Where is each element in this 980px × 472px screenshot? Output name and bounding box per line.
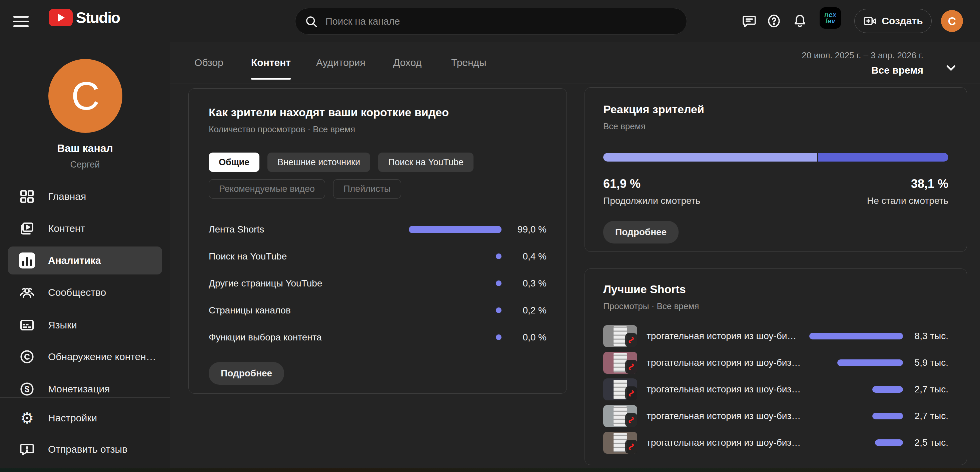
shorts-row-value: 5,9 тыс. — [908, 357, 948, 368]
thumbnail-image — [614, 380, 627, 399]
chip-row-secondary: Рекомендуемые видео Плейлисты — [209, 179, 547, 198]
sidebar-item-label: Главная — [48, 191, 86, 202]
shorts-row-title: трогательная история из шоу-биз… — [647, 384, 863, 395]
account-avatar-initial: C — [948, 15, 956, 28]
window-bottom-edge — [0, 468, 980, 472]
chip-row-primary: Общие Внешние источники Поиск на YouTube — [209, 152, 547, 172]
search-input[interactable] — [325, 16, 659, 27]
traffic-row[interactable]: Другие страницы YouTube 0,3 % — [209, 270, 547, 297]
tab-trends[interactable]: Тренды — [451, 57, 487, 68]
traffic-row[interactable]: Страницы каналов 0,2 % — [209, 297, 547, 324]
thumbnail-image — [614, 406, 627, 426]
sidebar-item-subtitles[interactable]: Языки — [8, 311, 162, 339]
dashboard-icon — [19, 188, 35, 205]
reaction-details-button[interactable]: Подробнее — [603, 221, 679, 244]
search-icon — [304, 14, 318, 29]
shorts-logo-icon — [625, 360, 637, 374]
sidebar-item-monetization[interactable]: $ Монетизация — [8, 375, 162, 403]
sidebar-item-analytics[interactable]: Аналитика — [8, 247, 162, 274]
youtube-studio-logo[interactable]: Studio — [49, 9, 120, 27]
tab-content[interactable]: Контент — [251, 57, 291, 68]
reaction-bar-swiped-away — [818, 153, 948, 162]
channel-avatar[interactable]: C — [48, 59, 123, 133]
traffic-row-label: Другие страницы YouTube — [209, 278, 408, 289]
analytics-content: Обзор Контент Аудитория Доход Тренды 20 … — [170, 42, 980, 468]
traffic-row-value: 0,0 % — [512, 332, 547, 343]
sidebar-item-community[interactable]: Сообщество — [8, 279, 162, 306]
traffic-row-value: 0,4 % — [512, 251, 547, 262]
notifications-bell-icon[interactable] — [792, 13, 808, 29]
traffic-rows: Лента Shorts 99,0 % Поиск на YouTube 0,4… — [209, 216, 547, 351]
sidebar-item-send-feedback[interactable]: Отправить отзыв — [8, 436, 162, 463]
sidebar-item-label: Сообщество — [48, 287, 106, 298]
shorts-logo-icon — [625, 386, 637, 401]
traffic-row-label: Функции выбора контента — [209, 332, 408, 343]
traffic-row[interactable]: Лента Shorts 99,0 % — [209, 216, 547, 243]
sidebar-item-label: Монетизация — [48, 383, 110, 395]
shorts-row-value: 2,7 тыс. — [908, 411, 948, 421]
content-icon — [19, 220, 35, 237]
tab-revenue[interactable]: Доход — [393, 57, 422, 68]
community-icon — [19, 284, 35, 301]
youtube-studio-analytics-screen: Studio nex lev Создать C C — [0, 0, 980, 472]
account-avatar[interactable]: C — [941, 10, 963, 32]
analytics-tab-bar: Обзор Контент Аудитория Доход Тренды 20 … — [170, 42, 980, 84]
settings-gear-icon: ⚙ — [19, 410, 35, 426]
card-subtitle: Количество просмотров · Все время — [209, 124, 547, 135]
hamburger-menu-icon[interactable] — [13, 11, 33, 31]
reaction-split-bar — [603, 153, 948, 162]
card-title: Как зрители находят ваши короткие видео — [209, 106, 547, 119]
svg-text:$: $ — [25, 384, 29, 394]
shorts-row[interactable]: трогательная история из шоу-биз… 8,3 тыс… — [603, 323, 948, 349]
traffic-row[interactable]: Поиск на YouTube 0,4 % — [209, 243, 547, 270]
sidebar-item-label: Контент — [48, 223, 85, 234]
shorts-logo-icon — [625, 413, 637, 427]
chip-suggested-videos[interactable]: Рекомендуемые видео — [209, 179, 325, 198]
top-shorts-rows: трогательная история из шоу-биз… 8,3 тыс… — [603, 323, 948, 456]
card-title: Реакция зрителей — [603, 103, 948, 116]
traffic-details-button[interactable]: Подробнее — [209, 362, 284, 385]
help-icon[interactable] — [765, 13, 782, 29]
analytics-icon — [19, 252, 35, 269]
sidebar-item-label: Аналитика — [48, 255, 101, 266]
sidebar-item-content[interactable]: Контент — [8, 214, 162, 242]
channel-avatar-initial: C — [71, 73, 99, 119]
shorts-row-title: трогательная история из шоу-биз… — [647, 331, 800, 341]
channel-name: Ваш канал — [0, 142, 170, 155]
shorts-row-value: 2,7 тыс. — [908, 384, 948, 395]
top-shorts-card: Лучшие Shorts Просмотры · Все время трог… — [584, 268, 967, 465]
shorts-row[interactable]: трогательная история из шоу-биз… 5,9 тыс… — [603, 349, 948, 376]
create-button-label: Создать — [881, 15, 923, 27]
tab-audience[interactable]: Аудитория — [316, 57, 366, 68]
tab-overview[interactable]: Обзор — [194, 57, 223, 68]
date-preset-text: Все время — [802, 65, 923, 76]
reaction-stats: 61,9 % Продолжили смотреть 38,1 % Не ста… — [603, 177, 948, 206]
shorts-row-bar — [872, 413, 903, 420]
traffic-row-label: Страницы каналов — [209, 305, 408, 316]
sidebar-item-settings[interactable]: ⚙ Настройки — [8, 404, 162, 432]
chevron-down-icon[interactable] — [943, 60, 959, 76]
browser-extension-badge[interactable]: nex lev — [819, 7, 841, 29]
thumbnail-image — [614, 353, 627, 372]
traffic-row-value: 0,3 % — [512, 278, 547, 289]
shorts-row[interactable]: трогательная история из шоу-биз… 2,7 тыс… — [603, 376, 948, 403]
create-button[interactable]: Создать — [854, 9, 932, 33]
sidebar-item-dashboard[interactable]: Главная — [8, 182, 162, 211]
thumbnail-image — [614, 433, 627, 452]
topbar: Studio nex lev Создать C — [0, 0, 980, 42]
shorts-row-title: трогательная история из шоу-биз… — [647, 357, 828, 368]
send-feedback-icon — [19, 441, 35, 458]
chip-playlists[interactable]: Плейлисты — [333, 179, 401, 198]
extension-badge-text-line2: lev — [825, 18, 835, 24]
shorts-row[interactable]: трогательная история из шоу-биз… 2,5 тыс… — [603, 429, 948, 456]
chip-youtube-search[interactable]: Поиск на YouTube — [378, 152, 474, 172]
shorts-row[interactable]: трогательная история из шоу-биз… 2,7 тыс… — [603, 403, 948, 429]
sidebar-item-copyright[interactable]: Обнаружение контен… — [8, 343, 162, 371]
traffic-row[interactable]: Функции выбора контента 0,0 % — [209, 324, 547, 351]
date-range-picker[interactable]: 20 июл. 2025 г. – 3 апр. 2026 г. Все вре… — [802, 50, 923, 76]
channel-search-box[interactable] — [295, 8, 687, 35]
feedback-comment-icon[interactable] — [741, 13, 757, 29]
stat-label: Не стали смотреть — [867, 196, 948, 206]
chip-external-sources[interactable]: Внешние источники — [267, 152, 370, 172]
chip-general[interactable]: Общие — [209, 152, 259, 172]
